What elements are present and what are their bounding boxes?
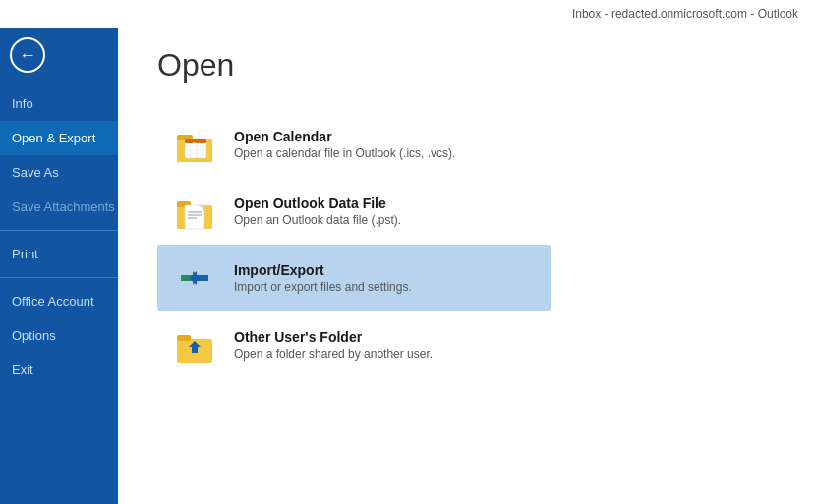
page-title: Open — [157, 47, 775, 84]
sidebar-bottom: Office Account Options Exit — [0, 284, 118, 387]
option-open-outlook-data[interactable]: Open Outlook Data File Open an Outlook d… — [157, 178, 551, 245]
sidebar-item-options[interactable]: Options — [0, 318, 118, 353]
option-datafile-text: Open Outlook Data File Open an Outlook d… — [234, 196, 401, 227]
option-otherfolder-text: Other User's Folder Open a folder shared… — [234, 329, 433, 361]
datafile-icon — [171, 188, 218, 235]
svg-marker-20 — [189, 271, 208, 285]
option-importexport-text: Import/Export Import or export files and… — [234, 262, 412, 294]
option-otherfolder-title: Other User's Folder — [234, 329, 433, 345]
option-list: Cal Open Calendar Open a calendar file i… — [157, 111, 775, 378]
option-other-user-folder[interactable]: Other User's Folder Open a folder shared… — [157, 311, 551, 378]
importexport-icon — [171, 254, 218, 302]
sidebar: ← Info Open & Export Save As Save Attach… — [0, 28, 118, 504]
back-circle-icon: ← — [10, 37, 45, 73]
option-importexport-title: Import/Export — [234, 262, 412, 278]
svg-rect-22 — [177, 335, 191, 341]
sidebar-item-info[interactable]: Info — [0, 86, 118, 121]
sidebar-item-save-as[interactable]: Save As — [0, 155, 118, 190]
svg-rect-14 — [185, 205, 204, 229]
content-area: Open Cal — [118, 28, 814, 504]
option-open-calendar[interactable]: Cal Open Calendar Open a calendar file i… — [157, 111, 551, 178]
option-import-export[interactable]: Import/Export Import or export files and… — [157, 245, 551, 311]
sidebar-item-print[interactable]: Print — [0, 237, 118, 271]
sidebar-nav: Info Open & Export Save As Save Attachme… — [0, 86, 118, 387]
sidebar-divider-1 — [0, 230, 118, 231]
option-datafile-desc: Open an Outlook data file (.pst). — [234, 213, 401, 227]
option-calendar-desc: Open a calendar file in Outlook (.ics, .… — [234, 146, 455, 160]
otherfolder-icon — [171, 321, 218, 368]
calendar-icon: Cal — [171, 121, 218, 168]
sidebar-item-exit[interactable]: Exit — [0, 353, 118, 387]
window-title: Inbox - redacted.onmicrosoft.com - Outlo… — [572, 7, 798, 21]
option-datafile-title: Open Outlook Data File — [234, 196, 401, 211]
app-body: ← Info Open & Export Save As Save Attach… — [0, 28, 814, 504]
option-calendar-title: Open Calendar — [234, 129, 455, 144]
option-calendar-text: Open Calendar Open a calendar file in Ou… — [234, 129, 455, 160]
sidebar-item-office-account[interactable]: Office Account — [0, 284, 118, 318]
sidebar-item-save-attachments: Save Attachments — [0, 190, 118, 224]
back-button[interactable]: ← — [4, 31, 51, 79]
option-otherfolder-desc: Open a folder shared by another user. — [234, 347, 433, 361]
title-bar: Inbox - redacted.onmicrosoft.com - Outlo… — [0, 0, 814, 28]
sidebar-divider-2 — [0, 277, 118, 278]
option-importexport-desc: Import or export files and settings. — [234, 280, 412, 294]
sidebar-item-open-export[interactable]: Open & Export — [0, 121, 118, 155]
